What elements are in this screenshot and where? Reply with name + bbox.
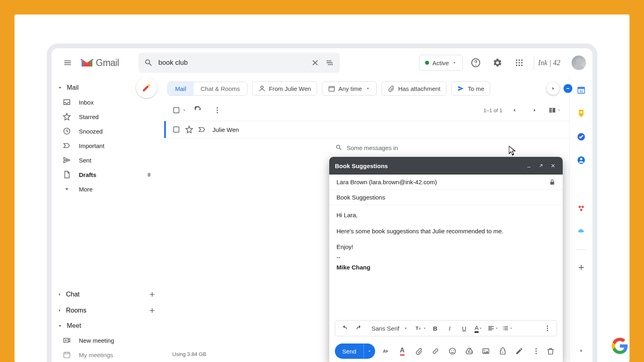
meet-section[interactable]: Meet [52,319,164,333]
chevron-right-icon [56,307,63,314]
density-toggle[interactable] [547,102,563,118]
keep-addon[interactable] [574,106,588,121]
font-selector[interactable]: Sans Serif [367,325,412,332]
compose-subject-field[interactable]: Book Suggestions [329,190,563,205]
select-all[interactable] [172,106,187,114]
sidebar-item-more[interactable]: More [52,182,159,196]
close-icon[interactable] [549,162,557,170]
confidential-mode[interactable] [496,345,509,358]
addon-1[interactable] [574,201,588,216]
compose-button[interactable] [136,77,157,98]
align-button[interactable] [487,322,499,334]
chat-section[interactable]: Chat [52,286,164,302]
sidebar-item-drafts[interactable]: Drafts 8 [52,167,159,182]
status-dot-icon [425,61,429,65]
refresh-button[interactable] [190,102,206,118]
chevron-down-icon [403,326,408,331]
svg-point-27 [580,158,582,160]
font-size-button[interactable]: TT [415,322,427,334]
sidebar-item-sent[interactable]: Sent [52,153,159,167]
sidebar-item-new-meeting[interactable]: New meeting [52,333,159,348]
more-formatting-button[interactable] [541,322,553,334]
search-icon[interactable] [144,58,153,67]
clear-search-icon[interactable] [311,58,320,67]
discard-draft[interactable] [544,345,557,358]
attach-file[interactable] [413,345,425,358]
svg-rect-22 [578,87,584,89]
svg-point-17 [217,107,218,109]
help-icon[interactable] [467,54,485,72]
star-icon[interactable] [185,125,193,134]
sidebar-item-my-meetings[interactable]: My meetings [52,348,159,362]
email-row[interactable]: Julie Wen [164,121,569,138]
compose-to-field[interactable]: Lara Brown (lara.brown@ink-42.com) [329,175,563,190]
filter-time[interactable]: Any time [322,81,377,96]
chips-scroll-next[interactable] [547,82,559,95]
insert-drive[interactable] [463,345,476,358]
add-room-icon[interactable] [148,306,156,315]
chevron-down-icon [365,86,371,91]
insert-photo[interactable] [479,345,492,358]
settings-icon[interactable] [489,54,506,72]
clear-filters[interactable] [564,84,572,93]
addon-2[interactable] [574,224,588,239]
svg-point-24 [580,111,582,114]
menu-icon[interactable] [58,53,77,72]
sidebar-item-important[interactable]: Important [52,138,159,153]
apps-icon[interactable] [510,54,528,72]
status-chip[interactable]: Active [419,55,463,71]
svg-point-33 [547,325,548,327]
more-options[interactable] [530,345,543,358]
text-color-footer[interactable]: A [396,345,409,358]
scope-chat[interactable]: Chat & Rooms [194,82,248,95]
send-button[interactable]: Send [335,343,375,359]
filter-chips: Mail Chat & Rooms From Julie Wen Any tim… [164,77,569,100]
compose-body[interactable]: Hi Lara, Here's some book suggestions th… [329,205,563,320]
filter-from[interactable]: From Julie Wen [252,81,317,96]
minimize-icon[interactable] [525,162,533,170]
chevron-left-icon [511,107,518,114]
search-options-icon[interactable] [325,58,334,67]
calendar-addon[interactable]: 31 [574,83,588,97]
search-hint: Some messages in [164,138,569,157]
sidebar-item-snoozed[interactable]: Snoozed [52,124,159,138]
attachment-icon [388,85,395,92]
more-actions-button[interactable] [209,102,225,118]
text-color-button[interactable]: A [473,322,485,334]
insert-link[interactable] [429,345,442,358]
popout-icon[interactable] [537,162,545,170]
contacts-addon[interactable] [574,153,588,167]
page-next[interactable] [526,102,543,118]
send-options[interactable] [363,343,375,359]
insert-signature[interactable] [513,345,526,358]
compose-titlebar[interactable]: Book Suggestions [329,157,563,175]
page-prev[interactable] [506,102,522,118]
add-addon[interactable] [574,260,588,275]
insert-emoji[interactable] [446,345,459,358]
filter-to-me[interactable]: To me [451,81,490,96]
sidebar-item-starred[interactable]: Starred [52,109,159,124]
tasks-addon[interactable] [574,130,588,144]
formatting-toggle[interactable]: A [379,345,392,358]
collapse-panel[interactable] [574,343,588,358]
rooms-section[interactable]: Rooms [52,302,164,319]
refresh-icon [194,106,202,114]
chevron-down-icon [182,108,187,113]
svg-text:T: T [416,325,419,331]
search-box[interactable] [138,53,340,73]
underline-button[interactable]: U [458,322,470,334]
undo-button[interactable] [339,322,351,334]
add-chat-icon[interactable] [148,290,156,298]
important-icon[interactable] [198,125,206,134]
gmail-logo: Gmail [80,58,119,68]
search-input[interactable] [159,59,305,67]
filter-attachment[interactable]: Has attachment [382,81,446,96]
bold-button[interactable]: B [429,322,441,334]
list-button[interactable] [502,322,514,334]
svg-point-34 [547,328,548,329]
scope-mail[interactable]: Mail [168,82,194,95]
checkbox-icon[interactable] [172,125,180,134]
redo-button[interactable] [353,322,365,334]
account-avatar[interactable] [572,56,586,70]
italic-button[interactable]: I [444,322,456,334]
